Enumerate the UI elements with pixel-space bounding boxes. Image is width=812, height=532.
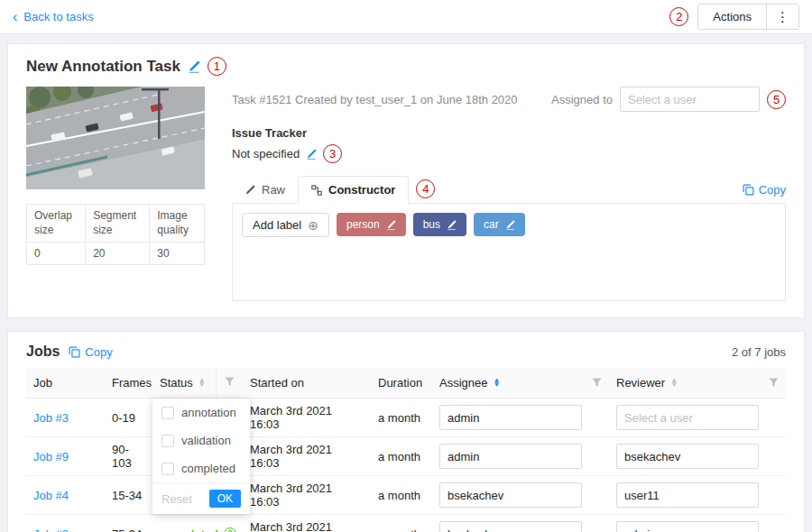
edit-label-icon[interactable] (447, 220, 457, 230)
col-header-reviewer[interactable]: Reviewer ▲▼ (609, 368, 786, 399)
task-assignee-input[interactable] (620, 87, 760, 112)
jobs-header: Jobs Copy 2 of 7 jobs (26, 341, 786, 368)
param-value-quality: 30 (150, 243, 205, 265)
raw-pencil-icon (245, 185, 255, 196)
assignee-input[interactable] (439, 444, 582, 469)
task-right-column: Task #1521 Created by test_user_1 on Jun… (232, 87, 786, 301)
annotation-circle-4: 4 (416, 179, 435, 198)
jobs-table: Job Frames Status ▲▼ Started on Duration… (26, 368, 786, 532)
task-title-row: New Annotation Task 1 (26, 57, 786, 76)
param-header-quality: Image quality (150, 205, 205, 243)
jobs-count: 2 of 7 jobs (732, 345, 786, 359)
filter-option-label: completed (181, 462, 235, 475)
table-row: Job #9 90-103 March 3rd 2021 16:03 a mon… (26, 437, 786, 476)
job-link[interactable]: Job #3 (33, 411, 69, 425)
status-sort-icon[interactable]: ▲▼ (198, 379, 206, 388)
back-to-tasks-link[interactable]: ‹ Back to tasks (13, 10, 94, 24)
edit-label-icon[interactable] (386, 220, 396, 230)
reviewer-sort-icon[interactable]: ▲▼ (670, 379, 678, 388)
tab-constructor[interactable]: Constructor (298, 176, 409, 204)
table-row: Job #3 0-19 March 3rd 2021 16:03 a month (26, 399, 786, 437)
assignee-input[interactable] (439, 521, 582, 532)
actions-button[interactable]: Actions (698, 5, 767, 29)
filter-option-label: annotation (181, 406, 236, 419)
filter-option-validation[interactable]: validation (152, 427, 250, 454)
plus-circle-icon: ⊕ (308, 219, 318, 232)
issue-tracker-label: Issue Tracker (232, 126, 786, 140)
copy-jobs-link[interactable]: Copy (69, 345, 112, 359)
reviewer-input[interactable] (616, 521, 759, 532)
edit-label-icon[interactable] (505, 220, 515, 230)
col-header-duration: Duration (371, 368, 432, 399)
filter-option-completed[interactable]: completed (152, 454, 250, 482)
issue-tracker-row: Not specified 3 (232, 144, 786, 163)
actions-button-group: Actions ⋮ (697, 4, 799, 30)
task-details-card: New Annotation Task 1 (7, 43, 805, 318)
frames-cell: 75-94 (105, 515, 152, 532)
assignee-sort-icon[interactable]: ▲▼ (493, 379, 500, 388)
col-header-assignee[interactable]: Assignee ▲▼ (432, 368, 609, 399)
issue-tracker-value: Not specified (232, 147, 300, 161)
assignee-filter-icon[interactable] (592, 378, 602, 388)
task-parameters-table: Overlap size Segment size Image quality … (26, 204, 205, 265)
copy-label: Copy (759, 183, 786, 197)
edit-issue-tracker-icon[interactable] (306, 149, 317, 160)
edit-title-icon[interactable] (188, 60, 200, 73)
label-chip-car[interactable]: car (474, 213, 525, 236)
duration-cell: a month (371, 515, 432, 532)
col-header-status[interactable]: Status ▲▼ (152, 368, 216, 399)
job-link[interactable]: Job #4 (33, 489, 69, 502)
add-label-text: Add label (253, 218, 301, 232)
label-chip-bus[interactable]: bus (413, 213, 466, 236)
status-filter-button[interactable] (216, 368, 243, 399)
more-menu-button[interactable]: ⋮ (767, 5, 798, 29)
job-link[interactable]: Job #9 (33, 450, 69, 463)
copy-icon (743, 184, 754, 196)
reviewer-input[interactable] (616, 482, 759, 508)
reviewer-filter-icon[interactable] (769, 378, 779, 388)
col-header-job: Job (26, 368, 105, 399)
reviewer-input[interactable] (616, 405, 759, 430)
filter-footer: Reset OK (152, 482, 250, 514)
duration-cell: a month (371, 399, 432, 437)
back-to-tasks-label: Back to tasks (23, 10, 93, 23)
checkbox-annotation[interactable] (161, 407, 174, 419)
tab-raw[interactable]: Raw (232, 177, 298, 203)
labels-tabs-bar: Raw Constructor 4 Copy (232, 176, 786, 204)
task-title: New Annotation Task (26, 58, 180, 76)
table-row: Job #8 75-94 completed ? March 3rd 2021 … (26, 515, 786, 532)
task-meta-text: Task #1521 Created by test_user_1 on Jun… (232, 93, 540, 106)
param-header-segment: Segment size (86, 205, 150, 243)
checkbox-completed[interactable] (161, 463, 174, 475)
copy-labels-link[interactable]: Copy (743, 183, 786, 203)
topbar-right: 2 Actions ⋮ (669, 4, 799, 30)
filter-option-label: validation (181, 434, 231, 447)
job-link[interactable]: Job #8 (33, 527, 69, 532)
filter-ok-button[interactable]: OK (209, 490, 241, 508)
assignee-input[interactable] (439, 482, 582, 508)
copy-jobs-label: Copy (85, 345, 112, 359)
jobs-table-header-row: Job Frames Status ▲▼ Started on Duration… (26, 368, 786, 399)
annotation-circle-2: 2 (669, 7, 688, 26)
checkbox-validation[interactable] (161, 435, 174, 447)
assignee-input[interactable] (439, 405, 582, 430)
status-help-icon[interactable]: ? (224, 527, 236, 532)
started-cell: March 3rd 2021 16:03 (243, 437, 371, 476)
status-filter-icon (225, 377, 235, 387)
label-name: bus (423, 218, 440, 231)
jobs-card: Jobs Copy 2 of 7 jobs Job Frames Status … (7, 331, 805, 532)
jobs-title: Jobs (26, 344, 60, 360)
frames-cell: 0-19 (105, 399, 152, 437)
filter-reset-button[interactable]: Reset (161, 492, 192, 506)
add-label-button[interactable]: Add label ⊕ (242, 213, 329, 237)
filter-option-annotation[interactable]: annotation (152, 399, 250, 427)
col-header-started: Started on (243, 368, 371, 399)
reviewer-input[interactable] (616, 444, 759, 469)
label-chip-person[interactable]: person (337, 213, 406, 236)
assigned-to-label: Assigned to (551, 93, 613, 106)
annotation-circle-5: 5 (767, 90, 786, 109)
back-chevron-icon: ‹ (13, 10, 17, 24)
copy-icon (69, 346, 80, 358)
task-preview-image (26, 87, 205, 189)
labels-constructor-panel: Add label ⊕ person bus car (232, 204, 786, 301)
